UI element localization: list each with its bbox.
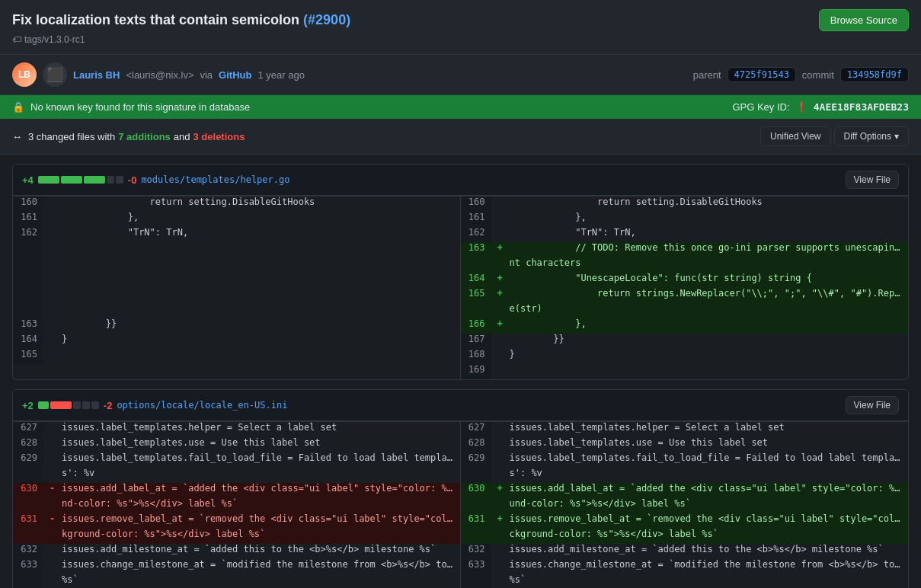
commit-title-text: Fix localization texts that contain semi… (12, 12, 299, 27)
table-row: 162 "TrN": TrN, (13, 227, 460, 242)
bar-gray-2 (82, 401, 90, 409)
table-row: 167 }} (461, 334, 909, 349)
marker (43, 303, 56, 318)
marker (491, 422, 504, 437)
file-1-view-btn[interactable]: View File (846, 171, 899, 189)
marker: + (491, 273, 504, 288)
marker (43, 437, 56, 452)
diff-options-label: Diff Options (844, 131, 891, 142)
line-num: 162 (461, 227, 491, 242)
parent-label: parent (693, 69, 721, 81)
table-row: 633 issues.change_milestone_at = `modifi… (461, 559, 909, 574)
table-row: %s` (13, 574, 460, 588)
line-num: 161 (461, 212, 491, 227)
bar-gray-1 (73, 401, 81, 409)
bar-green-3 (84, 176, 105, 184)
file-2-left: 627 issues.label_templates.helper = Sele… (13, 422, 461, 588)
line-num: 630 (461, 483, 491, 498)
time-ago: 1 year ago (257, 69, 304, 81)
parent-hash[interactable]: 4725f91543 (728, 67, 796, 82)
line-content: e(str) (504, 303, 909, 318)
line-content (56, 288, 460, 303)
marker (491, 468, 504, 483)
marker (491, 452, 504, 468)
marker (43, 212, 56, 227)
table-row: nt characters (461, 257, 909, 273)
line-content (56, 349, 460, 364)
bar-gray-3 (91, 401, 99, 409)
line-content: issues.label_templates.fail_to_load_file… (56, 452, 460, 468)
dropdown-icon: ▾ (894, 131, 899, 142)
diff-options-button[interactable]: Diff Options ▾ (834, 126, 909, 146)
line-num (461, 468, 491, 483)
changes-summary: ↔ 3 changed files with 7 additions and 3… (12, 131, 245, 142)
file-1-path[interactable]: modules/templates/helper.go (141, 174, 289, 185)
commit-title-row: Fix localization texts that contain semi… (12, 9, 909, 31)
line-content: issues.label_templates.use = Use this la… (56, 437, 460, 452)
marker (43, 334, 56, 349)
marker: + (491, 483, 504, 498)
table-row: ckground-color: %s">%s</div> label %s` (461, 529, 909, 544)
line-content (56, 303, 460, 318)
table-row: 628 issues.label_templates.use = Use thi… (13, 437, 460, 452)
table-row: 160 return setting.DisableGitHooks (461, 197, 909, 212)
line-content: issues.remove_label_at = `removed the <d… (56, 513, 460, 529)
marker (491, 212, 504, 227)
changes-summary-row: ↔ 3 changed files with 7 additions and 3… (0, 119, 921, 155)
table-row: 164 + "UnescapeLocale": func(str string)… (461, 273, 909, 288)
file-1-additions: +4 (22, 174, 34, 186)
file-2-right-table: 627 issues.label_templates.helper = Sele… (461, 422, 909, 588)
gpg-key-label: GPG Key ID: (732, 101, 789, 113)
table-row: s': %v (461, 468, 909, 483)
browse-source-button[interactable]: Browse Source (819, 9, 909, 31)
marker (43, 544, 56, 559)
file-1-deletions: -0 (128, 174, 137, 186)
changes-icon: ↔ (12, 131, 22, 142)
via-github[interactable]: GitHub (219, 69, 251, 81)
line-content: %s` (504, 574, 909, 588)
author-name[interactable]: Lauris BH (73, 69, 120, 81)
file-1-bar (38, 176, 123, 184)
marker (491, 529, 504, 544)
avatar: LB (12, 62, 37, 87)
line-content: } (504, 349, 909, 364)
pr-link[interactable]: (#2900) (303, 12, 350, 27)
commit-label: commit (802, 69, 834, 81)
line-content: "TrN": TrN, (504, 227, 909, 242)
line-content: issues.label_templates.use = Use this la… (504, 437, 909, 452)
bar-green-2 (61, 176, 82, 184)
author-info: LB ⬛ Lauris BH <lauris@nix.lv> via GitHu… (12, 62, 305, 87)
line-content: }, (504, 318, 909, 334)
bar-gray-2 (116, 176, 123, 184)
line-num (461, 303, 491, 318)
table-row: 633 issues.change_milestone_at = `modifi… (13, 559, 460, 574)
line-num: 631 (461, 513, 491, 529)
unified-view-button[interactable]: Unified View (760, 126, 830, 146)
line-num: 160 (13, 197, 43, 212)
marker (491, 303, 504, 318)
line-content: %s` (56, 574, 460, 588)
file-2-path[interactable]: options/locale/locale_en-US.ini (117, 400, 287, 411)
line-num (13, 242, 43, 257)
line-num: 632 (461, 544, 491, 559)
marker (43, 318, 56, 334)
line-content: s': %v (56, 468, 460, 483)
line-content: // TODO: Remove this once go-ini parser … (504, 242, 909, 257)
deletions-count: 3 deletions (193, 131, 245, 142)
commit-hash[interactable]: 134958fd9f (840, 67, 909, 82)
table-row: s': %v (13, 468, 460, 483)
file-2-bar (38, 401, 99, 409)
tag-icon: 🏷 (12, 34, 21, 45)
bar-red-1 (50, 401, 72, 409)
table-row (13, 288, 460, 303)
marker (491, 498, 504, 513)
marker (491, 197, 504, 212)
line-num (13, 273, 43, 288)
file-2-view-btn[interactable]: View File (846, 396, 899, 414)
line-num: 167 (461, 334, 491, 349)
marker (43, 349, 56, 364)
marker (491, 559, 504, 574)
file-1-right: 160 return setting.DisableGitHooks 161 }… (461, 197, 909, 379)
line-num (461, 257, 491, 273)
file-1-left: 160 return setting.DisableGitHooks 161 }… (13, 197, 461, 379)
